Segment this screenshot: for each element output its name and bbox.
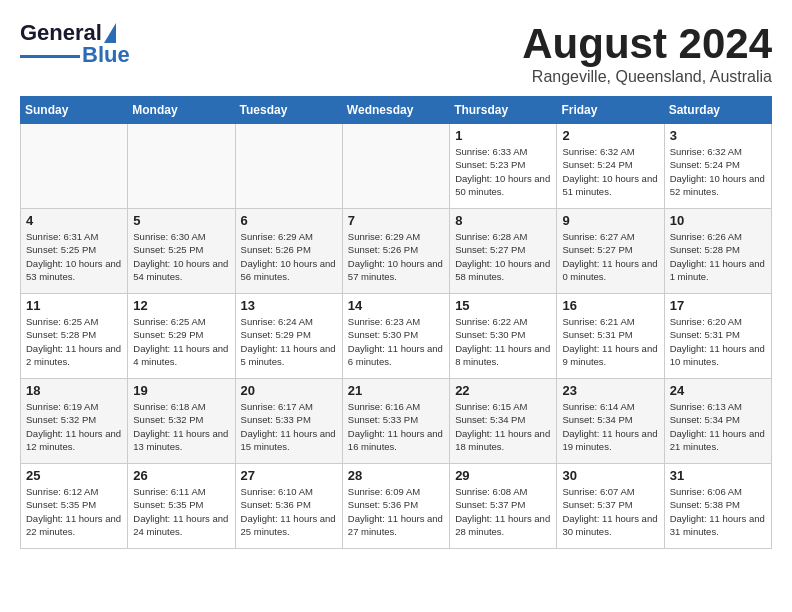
- header-tuesday: Tuesday: [235, 97, 342, 124]
- day-info: Sunrise: 6:11 AM Sunset: 5:35 PM Dayligh…: [133, 485, 229, 538]
- calendar-cell: 1Sunrise: 6:33 AM Sunset: 5:23 PM Daylig…: [450, 124, 557, 209]
- calendar-cell: 21Sunrise: 6:16 AM Sunset: 5:33 PM Dayli…: [342, 379, 449, 464]
- day-info: Sunrise: 6:29 AM Sunset: 5:26 PM Dayligh…: [241, 230, 337, 283]
- calendar-cell: 11Sunrise: 6:25 AM Sunset: 5:28 PM Dayli…: [21, 294, 128, 379]
- calendar-cell: 31Sunrise: 6:06 AM Sunset: 5:38 PM Dayli…: [664, 464, 771, 549]
- calendar-cell: 20Sunrise: 6:17 AM Sunset: 5:33 PM Dayli…: [235, 379, 342, 464]
- calendar-header-row: Sunday Monday Tuesday Wednesday Thursday…: [21, 97, 772, 124]
- calendar-cell: 24Sunrise: 6:13 AM Sunset: 5:34 PM Dayli…: [664, 379, 771, 464]
- calendar-cell: 29Sunrise: 6:08 AM Sunset: 5:37 PM Dayli…: [450, 464, 557, 549]
- calendar-cell: 27Sunrise: 6:10 AM Sunset: 5:36 PM Dayli…: [235, 464, 342, 549]
- calendar-cell: 9Sunrise: 6:27 AM Sunset: 5:27 PM Daylig…: [557, 209, 664, 294]
- calendar-cell: 14Sunrise: 6:23 AM Sunset: 5:30 PM Dayli…: [342, 294, 449, 379]
- day-info: Sunrise: 6:17 AM Sunset: 5:33 PM Dayligh…: [241, 400, 337, 453]
- calendar-cell: [128, 124, 235, 209]
- calendar-week-4: 18Sunrise: 6:19 AM Sunset: 5:32 PM Dayli…: [21, 379, 772, 464]
- day-number: 26: [133, 468, 229, 483]
- day-info: Sunrise: 6:07 AM Sunset: 5:37 PM Dayligh…: [562, 485, 658, 538]
- page-header: General Blue August 2024 Rangeville, Que…: [20, 20, 772, 86]
- day-info: Sunrise: 6:33 AM Sunset: 5:23 PM Dayligh…: [455, 145, 551, 198]
- day-number: 22: [455, 383, 551, 398]
- day-number: 4: [26, 213, 122, 228]
- day-number: 13: [241, 298, 337, 313]
- day-info: Sunrise: 6:22 AM Sunset: 5:30 PM Dayligh…: [455, 315, 551, 368]
- day-number: 8: [455, 213, 551, 228]
- day-number: 27: [241, 468, 337, 483]
- location: Rangeville, Queensland, Australia: [522, 68, 772, 86]
- day-number: 17: [670, 298, 766, 313]
- calendar-cell: 2Sunrise: 6:32 AM Sunset: 5:24 PM Daylig…: [557, 124, 664, 209]
- calendar-cell: 10Sunrise: 6:26 AM Sunset: 5:28 PM Dayli…: [664, 209, 771, 294]
- day-number: 21: [348, 383, 444, 398]
- day-info: Sunrise: 6:25 AM Sunset: 5:29 PM Dayligh…: [133, 315, 229, 368]
- day-number: 15: [455, 298, 551, 313]
- calendar-week-5: 25Sunrise: 6:12 AM Sunset: 5:35 PM Dayli…: [21, 464, 772, 549]
- day-info: Sunrise: 6:15 AM Sunset: 5:34 PM Dayligh…: [455, 400, 551, 453]
- day-info: Sunrise: 6:16 AM Sunset: 5:33 PM Dayligh…: [348, 400, 444, 453]
- day-info: Sunrise: 6:29 AM Sunset: 5:26 PM Dayligh…: [348, 230, 444, 283]
- calendar-cell: 7Sunrise: 6:29 AM Sunset: 5:26 PM Daylig…: [342, 209, 449, 294]
- calendar-cell: 15Sunrise: 6:22 AM Sunset: 5:30 PM Dayli…: [450, 294, 557, 379]
- calendar-cell: 22Sunrise: 6:15 AM Sunset: 5:34 PM Dayli…: [450, 379, 557, 464]
- calendar-cell: 26Sunrise: 6:11 AM Sunset: 5:35 PM Dayli…: [128, 464, 235, 549]
- day-number: 19: [133, 383, 229, 398]
- header-sunday: Sunday: [21, 97, 128, 124]
- day-number: 31: [670, 468, 766, 483]
- calendar-cell: 17Sunrise: 6:20 AM Sunset: 5:31 PM Dayli…: [664, 294, 771, 379]
- header-saturday: Saturday: [664, 97, 771, 124]
- day-info: Sunrise: 6:28 AM Sunset: 5:27 PM Dayligh…: [455, 230, 551, 283]
- calendar-cell: 8Sunrise: 6:28 AM Sunset: 5:27 PM Daylig…: [450, 209, 557, 294]
- day-number: 23: [562, 383, 658, 398]
- title-block: August 2024 Rangeville, Queensland, Aust…: [522, 20, 772, 86]
- month-title: August 2024: [522, 20, 772, 68]
- day-info: Sunrise: 6:26 AM Sunset: 5:28 PM Dayligh…: [670, 230, 766, 283]
- calendar-cell: 13Sunrise: 6:24 AM Sunset: 5:29 PM Dayli…: [235, 294, 342, 379]
- day-number: 28: [348, 468, 444, 483]
- header-thursday: Thursday: [450, 97, 557, 124]
- calendar-cell: [342, 124, 449, 209]
- calendar-cell: 28Sunrise: 6:09 AM Sunset: 5:36 PM Dayli…: [342, 464, 449, 549]
- header-friday: Friday: [557, 97, 664, 124]
- calendar-cell: 16Sunrise: 6:21 AM Sunset: 5:31 PM Dayli…: [557, 294, 664, 379]
- calendar-week-2: 4Sunrise: 6:31 AM Sunset: 5:25 PM Daylig…: [21, 209, 772, 294]
- day-info: Sunrise: 6:25 AM Sunset: 5:28 PM Dayligh…: [26, 315, 122, 368]
- day-number: 9: [562, 213, 658, 228]
- day-info: Sunrise: 6:09 AM Sunset: 5:36 PM Dayligh…: [348, 485, 444, 538]
- day-number: 10: [670, 213, 766, 228]
- day-number: 25: [26, 468, 122, 483]
- logo-blue: Blue: [82, 42, 130, 68]
- day-number: 2: [562, 128, 658, 143]
- day-info: Sunrise: 6:27 AM Sunset: 5:27 PM Dayligh…: [562, 230, 658, 283]
- day-number: 1: [455, 128, 551, 143]
- calendar-cell: 25Sunrise: 6:12 AM Sunset: 5:35 PM Dayli…: [21, 464, 128, 549]
- day-info: Sunrise: 6:18 AM Sunset: 5:32 PM Dayligh…: [133, 400, 229, 453]
- calendar-cell: [235, 124, 342, 209]
- logo-underline: [20, 55, 80, 58]
- calendar-cell: 6Sunrise: 6:29 AM Sunset: 5:26 PM Daylig…: [235, 209, 342, 294]
- header-wednesday: Wednesday: [342, 97, 449, 124]
- day-number: 29: [455, 468, 551, 483]
- calendar-cell: 19Sunrise: 6:18 AM Sunset: 5:32 PM Dayli…: [128, 379, 235, 464]
- calendar-cell: 3Sunrise: 6:32 AM Sunset: 5:24 PM Daylig…: [664, 124, 771, 209]
- calendar-table: Sunday Monday Tuesday Wednesday Thursday…: [20, 96, 772, 549]
- logo: General Blue: [20, 20, 130, 68]
- day-info: Sunrise: 6:06 AM Sunset: 5:38 PM Dayligh…: [670, 485, 766, 538]
- day-number: 6: [241, 213, 337, 228]
- day-info: Sunrise: 6:32 AM Sunset: 5:24 PM Dayligh…: [562, 145, 658, 198]
- day-info: Sunrise: 6:24 AM Sunset: 5:29 PM Dayligh…: [241, 315, 337, 368]
- day-number: 14: [348, 298, 444, 313]
- day-info: Sunrise: 6:13 AM Sunset: 5:34 PM Dayligh…: [670, 400, 766, 453]
- day-info: Sunrise: 6:19 AM Sunset: 5:32 PM Dayligh…: [26, 400, 122, 453]
- day-info: Sunrise: 6:21 AM Sunset: 5:31 PM Dayligh…: [562, 315, 658, 368]
- day-number: 16: [562, 298, 658, 313]
- calendar-cell: 12Sunrise: 6:25 AM Sunset: 5:29 PM Dayli…: [128, 294, 235, 379]
- calendar-week-3: 11Sunrise: 6:25 AM Sunset: 5:28 PM Dayli…: [21, 294, 772, 379]
- day-number: 3: [670, 128, 766, 143]
- calendar-cell: 18Sunrise: 6:19 AM Sunset: 5:32 PM Dayli…: [21, 379, 128, 464]
- day-number: 20: [241, 383, 337, 398]
- calendar-cell: 30Sunrise: 6:07 AM Sunset: 5:37 PM Dayli…: [557, 464, 664, 549]
- day-info: Sunrise: 6:14 AM Sunset: 5:34 PM Dayligh…: [562, 400, 658, 453]
- day-info: Sunrise: 6:32 AM Sunset: 5:24 PM Dayligh…: [670, 145, 766, 198]
- calendar-week-1: 1Sunrise: 6:33 AM Sunset: 5:23 PM Daylig…: [21, 124, 772, 209]
- day-number: 18: [26, 383, 122, 398]
